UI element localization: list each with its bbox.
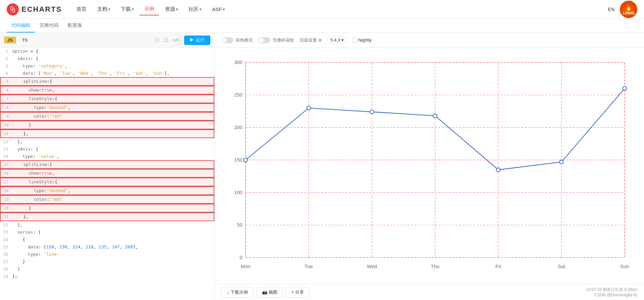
- code-line-24: 24 {: [0, 236, 214, 243]
- code-line-15: 15 splitLine:{: [0, 160, 214, 169]
- sub-nav-code-editor[interactable]: 代码编辑: [7, 19, 35, 33]
- nav-docs-arrow: ▾: [108, 7, 110, 11]
- svg-text:Mon: Mon: [241, 264, 251, 269]
- ts-tab[interactable]: TS: [19, 37, 31, 44]
- share-button[interactable]: < 分享: [286, 287, 310, 298]
- code-line-2: 2 xAxis: {: [0, 55, 214, 62]
- code-icon[interactable]: </>: [172, 37, 180, 43]
- seamless-toggle-group: 无缝碎花纹: [258, 37, 294, 43]
- sub-header: 代码编辑 完整代码 配置项: [0, 19, 644, 33]
- version-selector[interactable]: 5.4.3 ▾: [327, 37, 347, 44]
- svg-point-34: [370, 110, 374, 114]
- nav-download-arrow: ▾: [132, 7, 133, 11]
- svg-text:150: 150: [234, 157, 243, 163]
- code-line-18: 18 type:"dashed",: [0, 186, 214, 195]
- code-editor[interactable]: 1 option = { 2 xAxis: { 3 type: 'categor…: [0, 48, 214, 300]
- render-settings-button[interactable]: 渲染设置 ⚙: [300, 37, 322, 43]
- version-arrow-icon: ▾: [341, 38, 344, 43]
- nav-community-arrow: ▾: [200, 7, 201, 11]
- dark-mode-toggle[interactable]: [221, 37, 233, 43]
- code-line-7: 7 lineStyle:{: [0, 95, 214, 103]
- svg-text:100: 100: [234, 190, 243, 195]
- screenshot-button[interactable]: 📷 截图: [256, 287, 283, 298]
- svg-text:Tue: Tue: [305, 264, 313, 269]
- sub-nav-config[interactable]: 配置项: [63, 19, 87, 33]
- code-line-5: 5 splitLine:{: [0, 77, 214, 86]
- svg-text:0: 0: [240, 255, 243, 260]
- dark-mode-toggle-group: 深色模式: [221, 37, 253, 43]
- code-line-26: 26 type: 'line': [0, 251, 214, 258]
- chart-actions: ↓ 下载示例 📷 截图 < 分享: [221, 287, 310, 298]
- chart-panel: 深色模式 无缝碎花纹 渲染设置 ⚙ 5.4.3 ▾ Nightly 0501: [215, 33, 644, 300]
- code-line-19: 19 color:"red": [0, 195, 214, 204]
- nav-resources-arrow: ▾: [176, 7, 178, 11]
- code-line-14: 14 type: 'value',: [0, 153, 214, 160]
- logo[interactable]: ECHARTS: [7, 3, 62, 15]
- code-line-21: 21 },: [0, 213, 214, 221]
- code-line-22: 22 },: [0, 221, 214, 229]
- code-line-6: 6 show:true,: [0, 86, 214, 95]
- code-line-12: 12 },: [0, 138, 214, 145]
- svg-text:Wed: Wed: [367, 264, 377, 269]
- code-line-4: 4 data: ['Mon', 'Tue', 'Wed', 'Thu', 'Fr…: [0, 70, 214, 77]
- svg-point-38: [623, 86, 627, 90]
- code-toolbar: JS TS ⬡ ⬡ </> ▶ 运行: [0, 33, 214, 48]
- logo-text: ECHARTS: [21, 5, 62, 14]
- seamless-toggle[interactable]: [258, 37, 270, 43]
- code-line-29: 29 };: [0, 273, 214, 280]
- svg-text:Fri: Fri: [495, 264, 501, 269]
- code-line-9: 9 color:"red": [0, 112, 214, 121]
- nav-download[interactable]: 下载 ▾: [116, 3, 138, 15]
- chart-bottom-bar: ↓ 下载示例 📷 截图 < 分享 13:07:59 图表已生成 4.20ms C…: [215, 284, 644, 300]
- main-content: JS TS ⬡ ⬡ </> ▶ 运行 1 option = { 2 xAxis:…: [0, 33, 644, 300]
- cube-icon[interactable]: ⬡: [164, 37, 168, 43]
- download-button[interactable]: ↓ 下载示例: [221, 287, 254, 298]
- svg-point-36: [496, 168, 500, 172]
- memory-badge: 🔥 125MB: [620, 1, 637, 18]
- js-tab[interactable]: JS: [4, 37, 16, 44]
- svg-text:Sun: Sun: [620, 264, 629, 269]
- chart-status: 13:07:59 图表已生成 4.20ms: [586, 287, 637, 293]
- code-line-17: 17 lineStyle:{: [0, 178, 214, 186]
- svg-text:Sat: Sat: [558, 264, 566, 269]
- code-line-13: 13 yAxis: {: [0, 145, 214, 153]
- nav-resources[interactable]: 资源 ▾: [160, 3, 182, 15]
- component-icon[interactable]: ⬡: [155, 37, 160, 43]
- nightly-label: Nightly: [358, 38, 372, 43]
- nav-home[interactable]: 首页: [72, 3, 91, 15]
- code-line-3: 3 type: 'category',: [0, 62, 214, 70]
- sub-nav: 代码编辑 完整代码 配置项: [7, 19, 87, 33]
- nightly-checkbox-group: Nightly: [352, 38, 372, 43]
- code-panel: JS TS ⬡ ⬡ </> ▶ 运行 1 option = { 2 xAxis:…: [0, 33, 215, 300]
- chart-svg: 050100150200250300MonTueWedThuFriSatSun: [218, 51, 641, 281]
- svg-text:Thu: Thu: [431, 264, 439, 269]
- nightly-checkbox[interactable]: [352, 38, 357, 43]
- seamless-label: 无缝碎花纹: [272, 37, 294, 43]
- nav-community[interactable]: 社区 ▾: [184, 3, 206, 15]
- sub-nav-full-code[interactable]: 完整代码: [35, 19, 63, 33]
- code-line-23: 23 series: [: [0, 229, 214, 236]
- nav-examples[interactable]: 示例: [140, 3, 159, 15]
- code-line-1: 1 option = {: [0, 48, 214, 55]
- code-actions: ⬡ ⬡ </> ▶ 运行: [155, 36, 210, 45]
- svg-point-35: [433, 114, 437, 118]
- header-right: EN 🔥 125MB: [608, 1, 637, 18]
- run-button[interactable]: ▶ 运行: [184, 36, 210, 45]
- svg-point-2: [12, 8, 14, 10]
- nav-docs[interactable]: 文档 ▾: [93, 3, 115, 15]
- svg-point-37: [559, 160, 563, 164]
- code-line-27: 27 }: [0, 258, 214, 265]
- chart-area: 050100150200250300MonTueWedThuFriSatSun: [215, 48, 644, 284]
- svg-point-32: [244, 158, 247, 162]
- nav-asf[interactable]: ASF ▾: [207, 4, 229, 15]
- nav-asf-arrow: ▾: [223, 7, 225, 11]
- dark-mode-label: 深色模式: [235, 37, 253, 43]
- language-button[interactable]: EN: [608, 7, 614, 12]
- gear-icon: ⚙: [318, 38, 322, 43]
- svg-text:50: 50: [237, 222, 243, 228]
- code-line-8: 8 type:"dashed",: [0, 103, 214, 112]
- chart-toolbar: 深色模式 无缝碎花纹 渲染设置 ⚙ 5.4.3 ▾ Nightly: [215, 33, 644, 48]
- code-line-11: 11 },: [0, 129, 214, 138]
- svg-text:200: 200: [234, 125, 243, 130]
- svg-point-33: [307, 106, 311, 110]
